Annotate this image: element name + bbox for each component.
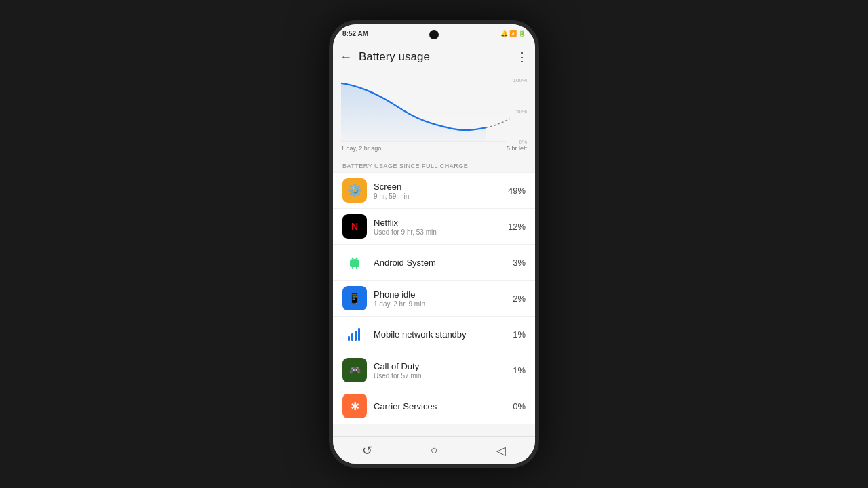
app-name-network: Mobile network standby	[374, 329, 507, 340]
app-percent-cod: 1%	[513, 365, 526, 375]
signal-icon: 📶	[509, 30, 517, 37]
nav-back[interactable]: ◁	[496, 443, 506, 458]
camera-notch	[429, 30, 439, 39]
app-name-screen: Screen	[374, 182, 502, 192]
app-item-netflix[interactable]: N Netflix Used for 9 hr, 53 min 12%	[333, 209, 535, 245]
svg-rect-6	[351, 333, 353, 341]
app-detail-netflix: Used for 9 hr, 53 min	[374, 228, 502, 236]
app-item-android[interactable]: Android System 3%	[333, 245, 535, 281]
app-item-carrier[interactable]: ✱ Carrier Services 0%	[333, 388, 535, 424]
app-detail-phone: 1 day, 2 hr, 9 min	[374, 300, 507, 308]
svg-rect-7	[355, 331, 357, 341]
app-percent-network: 1%	[513, 329, 526, 340]
svg-rect-5	[348, 336, 350, 341]
app-name-android: Android System	[374, 258, 507, 268]
app-icon-carrier: ✱	[342, 394, 367, 418]
phone-device: 8:52 AM 🔔 📶 🔋 ← Battery usage ⋮	[329, 20, 539, 468]
app-info-cod: Call of Duty Used for 57 min	[374, 361, 507, 380]
app-icon-network	[342, 322, 367, 346]
nav-recents[interactable]: ↺	[362, 443, 372, 458]
app-icon-screen: ⚙️	[342, 178, 367, 203]
top-bar: ← Battery usage ⋮	[333, 42, 535, 72]
app-percent-phone: 2%	[513, 293, 526, 304]
app-name-netflix: Netflix	[374, 218, 502, 228]
app-list: ⚙️ Screen 9 hr, 59 min 49% N Netflix Use…	[333, 172, 535, 424]
app-info-netflix: Netflix Used for 9 hr, 53 min	[374, 218, 502, 236]
svg-point-4	[356, 258, 358, 260]
app-name-phone: Phone idle	[374, 289, 507, 300]
section-header: BATTERY USAGE SINCE FULL CHARGE	[333, 159, 535, 172]
app-detail-cod: Used for 57 min	[374, 372, 507, 380]
app-icon-android	[342, 250, 367, 274]
app-percent-screen: 49%	[508, 186, 526, 196]
app-percent-carrier: 0%	[513, 401, 526, 411]
menu-button[interactable]: ⋮	[516, 49, 528, 64]
page-title: Battery usage	[359, 50, 516, 64]
battery-icon: 🔋	[518, 30, 526, 37]
svg-rect-8	[358, 328, 360, 341]
chart-time-labels: 1 day, 2 hr ago 5 hr left	[341, 145, 527, 156]
app-info-network: Mobile network standby	[374, 329, 507, 340]
app-item-phone[interactable]: 📱 Phone idle 1 day, 2 hr, 9 min 2%	[333, 281, 535, 317]
chart-y-100: 100%	[513, 77, 527, 83]
app-info-screen: Screen 9 hr, 59 min	[374, 182, 502, 200]
chart-y-50: 50%	[516, 108, 527, 115]
app-icon-cod: 🎮	[342, 358, 367, 382]
status-time: 8:52 AM	[342, 30, 368, 37]
app-name-cod: Call of Duty	[374, 361, 507, 371]
app-name-carrier: Carrier Services	[374, 401, 507, 411]
notification-icon: 🔔	[500, 30, 508, 37]
app-detail-screen: 9 hr, 59 min	[374, 192, 502, 200]
app-icon-netflix: N	[342, 214, 367, 239]
svg-point-3	[352, 258, 354, 260]
bottom-nav: ↺ ○ ◁	[333, 436, 535, 464]
app-info-carrier: Carrier Services	[374, 401, 507, 411]
app-icon-phone: 📱	[342, 286, 367, 310]
phone-screen: 8:52 AM 🔔 📶 🔋 ← Battery usage ⋮	[333, 24, 535, 464]
app-percent-netflix: 12%	[508, 222, 526, 232]
chart-svg	[341, 77, 527, 145]
chart-left-label: 1 day, 2 hr ago	[341, 145, 381, 152]
chart-y-0: 0%	[519, 139, 527, 145]
status-icons: 🔔 📶 🔋	[500, 30, 526, 37]
nav-home[interactable]: ○	[431, 443, 438, 458]
app-info-phone: Phone idle 1 day, 2 hr, 9 min	[374, 289, 507, 308]
app-item-network[interactable]: Mobile network standby 1%	[333, 317, 535, 352]
chart-y-labels: 100% 50% 0%	[513, 77, 527, 145]
content-scroll[interactable]: 100% 50% 0% 1 day, 2 hr ago 5 hr left BA…	[333, 72, 535, 436]
app-item-cod[interactable]: 🎮 Call of Duty Used for 57 min 1%	[333, 352, 535, 388]
battery-chart: 100% 50% 0%	[341, 77, 527, 145]
chart-right-label: 5 hr left	[507, 145, 527, 152]
app-info-android: Android System	[374, 258, 507, 268]
battery-chart-container: 100% 50% 0% 1 day, 2 hr ago 5 hr left	[333, 72, 535, 159]
app-item-screen[interactable]: ⚙️ Screen 9 hr, 59 min 49%	[333, 172, 535, 209]
back-button[interactable]: ←	[340, 50, 352, 64]
app-percent-android: 3%	[513, 258, 526, 268]
